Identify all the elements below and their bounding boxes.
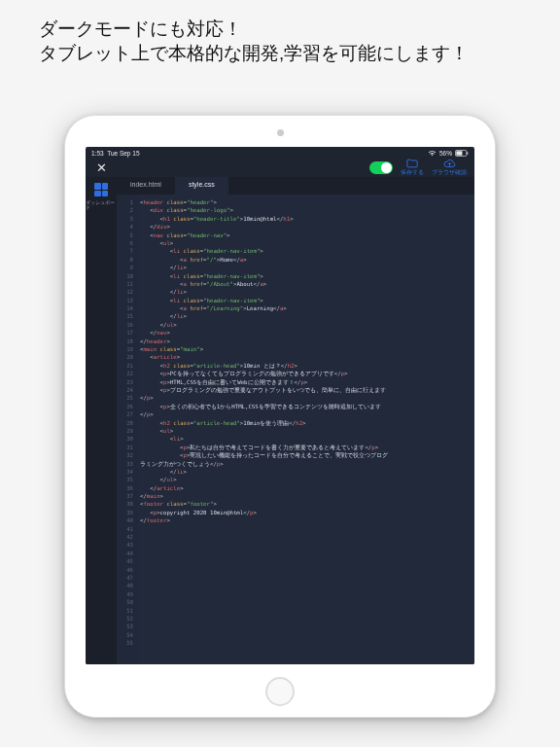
tablet-frame: 1:53 Tue Sep 15 56% ✕ 保存する: [64, 115, 496, 718]
browser-label: ブラウザ確認: [432, 169, 467, 176]
app-screen: 1:53 Tue Sep 15 56% ✕ 保存する: [86, 147, 474, 664]
battery-icon: [455, 150, 469, 157]
camera-dot: [277, 129, 284, 136]
status-time: 1:53: [91, 150, 104, 157]
promo-line-1: ダークモードにも対応！: [39, 18, 531, 42]
dashboard-icon[interactable]: [94, 183, 108, 196]
promo-line-2: タブレット上で本格的な開発,学習を可能にします！: [39, 42, 531, 66]
home-button[interactable]: [265, 677, 295, 706]
wifi-icon: [428, 150, 437, 157]
folder-icon: [406, 159, 418, 168]
tab-bar: index.htmlstyle.css: [117, 177, 474, 195]
browser-preview-button[interactable]: ブラウザ確認: [432, 159, 467, 176]
line-number-gutter: 1234567891011121314151617181920212223242…: [117, 195, 138, 664]
svg-rect-1: [456, 151, 462, 155]
tab-style-css[interactable]: style.css: [175, 177, 228, 195]
save-label: 保存する: [401, 169, 424, 176]
tab-index-html[interactable]: index.html: [117, 177, 175, 195]
code-editor[interactable]: 1234567891011121314151617181920212223242…: [117, 195, 474, 664]
top-toolbar: ✕ 保存する ブラウザ確認: [86, 158, 474, 177]
sidebar: ダッシュボード: [86, 177, 117, 664]
code-content[interactable]: <header class="header"> <div class="head…: [138, 195, 474, 664]
status-date: Tue Sep 15: [107, 150, 139, 157]
status-time-date: 1:53 Tue Sep 15: [91, 150, 140, 157]
dark-mode-toggle[interactable]: [369, 161, 393, 174]
svg-rect-2: [467, 152, 468, 155]
cloud-upload-icon: [443, 159, 456, 168]
save-button[interactable]: 保存する: [401, 159, 424, 176]
close-button[interactable]: ✕: [93, 160, 110, 175]
status-bar: 1:53 Tue Sep 15 56%: [86, 147, 474, 158]
status-battery-pct: 56%: [439, 150, 452, 157]
dashboard-label: ダッシュボード: [86, 200, 117, 210]
